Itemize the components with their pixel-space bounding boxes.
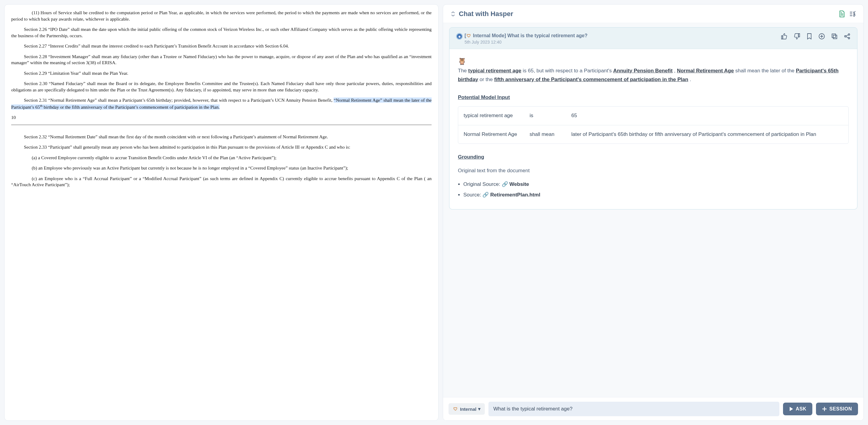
chat-panel: Chat with Hasper ◉ [🛡 Internal Mode] Wha… [443,4,864,421]
doc-section-231: Section 2.31 “Normal Retirement Age” sha… [11,97,432,110]
model-input-table: typical retirement age is 65 Normal Reti… [458,106,849,144]
table-cell: is [530,111,566,120]
grounding-text: Original text from the document [458,167,849,175]
doc-section-230: Section 2.30 “Named Fiduciary” shall mea… [11,81,432,93]
table-row: typical retirement age is 65 [458,107,848,125]
caret-down-icon: ▾ [478,406,480,412]
answer-link[interactable]: typical retirement age [468,68,521,74]
document-viewer[interactable]: (11) Hours of Service shall be credited … [4,4,438,421]
button-label: SESSION [829,406,852,412]
chat-title: Chat with Hasper [459,10,835,18]
checklist-icon[interactable] [849,11,856,17]
play-icon [789,406,793,412]
thumbs-down-icon[interactable] [794,33,800,40]
mode-selector[interactable]: 🛡 Internal ▾ [448,403,485,415]
doc-text: Section 2.31 “Normal Retirement Age” sha… [24,97,334,103]
doc-section-233b: (b) an Employee who previously was an Ac… [11,165,432,171]
document-icon[interactable] [839,10,845,18]
button-label: ASK [796,406,806,412]
doc-section-232: Section 2.32 “Normal Retirement Date” sh… [11,134,432,140]
list-item: Original Source: 🔗 Website [463,180,849,189]
bookmark-icon[interactable] [806,33,812,40]
doc-section-227: Section 2.27 “Interest Credits” shall me… [11,43,432,49]
chat-header: Chat with Hasper [443,4,864,23]
answer-text: The typical retirement age is 65, but wi… [458,66,849,84]
question-text: [🛡 Internal Mode] What is the typical re… [465,33,588,38]
list-item: Source: 🔗 RetirementPlan.html [463,191,849,199]
table-cell: shall mean [530,130,566,139]
session-button[interactable]: SESSION [816,403,858,415]
svg-rect-1 [832,34,836,37]
doc-paragraph: (11) Hours of Service shall be credited … [11,10,432,22]
answer-link[interactable]: Annuity Pension Benefit [613,68,673,74]
table-cell: Normal Retirement Age [464,130,524,139]
page-number: 10 [11,114,432,121]
message-actions [781,33,850,40]
link-icon: 🔗 [502,181,508,187]
plus-circle-icon[interactable] [818,33,825,40]
source-list: Original Source: 🔗 Website Source: 🔗 Ret… [463,180,849,199]
doc-section-229: Section 2.29 “Limitation Year” shall mea… [11,70,432,77]
doc-section-233c: (c) an Employee who is a “Full Accrual P… [11,176,432,188]
page-divider [11,125,432,125]
chat-footer: 🛡 Internal ▾ ASK SESSION [443,397,864,421]
timestamp: 5th July 2023 12:40 [465,40,588,45]
doc-section-228: Section 2.28 “Investment Manager” shall … [11,54,432,66]
answer-link[interactable]: fifth anniversary of the Participant's c… [494,77,688,82]
message-card: ◉ [🛡 Internal Mode] What is the typical … [449,27,858,209]
table-cell: 65 [571,111,843,120]
owl-icon: 🦉 [458,56,466,65]
table-row: Normal Retirement Age shall mean later o… [458,125,848,144]
thumbs-up-icon[interactable] [781,33,787,40]
svg-rect-2 [833,35,837,39]
plus-icon [822,406,827,412]
answer-body: 🦉 The typical retirement age is 65, but … [450,49,857,209]
model-input-heading: Potential Model Input [458,93,849,102]
source-link[interactable]: Website [509,181,529,187]
mode-label: Internal [460,406,476,412]
answer-link[interactable]: Normal Retirement Age [677,68,734,74]
shield-icon: 🛡 [453,406,458,412]
source-link[interactable]: RetirementPlan.html [490,192,540,198]
table-cell: typical retirement age [464,111,524,120]
copy-icon[interactable] [831,33,838,40]
doc-section-233a: (a) a Covered Employee currently eligibl… [11,155,432,161]
message-header: ◉ [🛡 Internal Mode] What is the typical … [450,28,857,49]
doc-section-226: Section 2.26 “IPO Date” shall mean the d… [11,26,432,39]
ask-button[interactable]: ASK [783,403,812,415]
user-avatar-icon: ◉ [456,33,463,40]
chat-input[interactable] [489,402,779,416]
chat-body[interactable]: ◉ [🛡 Internal Mode] What is the typical … [443,23,864,397]
grounding-heading: Grounding [458,153,849,162]
doc-section-233: Section 2.33 “Participant” shall general… [11,144,432,150]
shield-icon: 🛡 [467,33,471,38]
link-icon: 🔗 [483,192,489,198]
collapse-icon[interactable] [451,11,455,17]
share-icon[interactable] [844,33,850,40]
table-cell: later of Participant's 65th birthday or … [571,130,843,139]
